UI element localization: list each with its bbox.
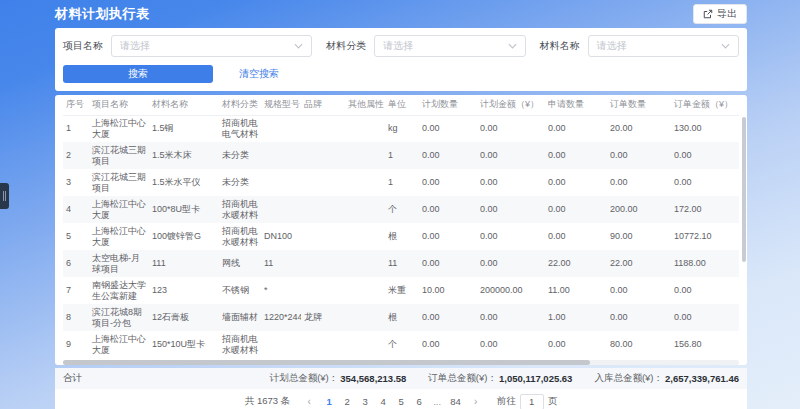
table-row[interactable]: 7南钢盛达大学生公寓新建123不锈钢*米重10.00200000.0011.00… (63, 277, 739, 304)
table-cell: 1.5米木床 (149, 142, 219, 169)
table-cell: 4 (63, 196, 89, 223)
page-number-button[interactable]: 4 (376, 394, 390, 409)
total-item-label: 订单总金额(¥)： (428, 372, 497, 385)
table-cell: 上海松江中心大厦 (89, 331, 149, 358)
material-name-placeholder: 请选择 (597, 39, 627, 53)
page-number-button[interactable]: 3 (358, 394, 372, 409)
column-header: 单位 (385, 95, 419, 115)
table-cell: 10.00 (419, 277, 477, 304)
data-table: 序号项目名称材料名称材料分类规格型号品牌其他属性单位计划数量计划金额（¥）申请数… (63, 95, 739, 358)
search-button[interactable]: 搜索 (63, 65, 213, 83)
table-cell: 0.00 (545, 169, 607, 196)
table-cell (301, 250, 345, 277)
table-row[interactable]: 5上海松江中心大厦100镀锌管G招商机电 水暖材料DN100根0.000.000… (63, 223, 739, 250)
page-ellipsis: ... (430, 394, 444, 409)
table-cell: 200.00 (607, 196, 671, 223)
table-cell: 1 (385, 142, 419, 169)
table-cell (301, 115, 345, 142)
table-cell: 上海松江中心大厦 (89, 196, 149, 223)
table-cell: 22.00 (545, 250, 607, 277)
filter-material-category: 材料分类 请选择 (326, 35, 525, 57)
table-cell: 太空电梯-月球项目 (89, 250, 149, 277)
table-cell: 米重 (385, 277, 419, 304)
table-body: 1上海松江中心大厦1.5铜招商机电 电气材料kg0.000.000.0020.0… (63, 115, 739, 358)
table-cell: 0.00 (545, 142, 607, 169)
table-row[interactable]: 1上海松江中心大厦1.5铜招商机电 电气材料kg0.000.000.0020.0… (63, 115, 739, 142)
total-item: 计划总金额(¥)：354,568,213.58 (270, 372, 407, 385)
pagination-total: 共 1673 条 (245, 395, 290, 408)
table-cell: 招商机电 水暖材料 (219, 196, 261, 223)
project-select-placeholder: 请选择 (120, 39, 150, 53)
page-number-button[interactable]: 6 (412, 394, 426, 409)
table-row[interactable]: 8滨江花城8期项目-分包12石膏板墙面辅材1220*2440*12龙牌根0.00… (63, 304, 739, 331)
table-cell (261, 169, 301, 196)
material-name-select[interactable]: 请选择 (588, 35, 739, 57)
table-cell: 150*10U型卡 (149, 331, 219, 358)
table-cell: 根 (385, 223, 419, 250)
filter-panel: 项目名称 请选择 材料分类 请选择 材料名称 请选择 (55, 28, 747, 91)
table-cell: 墙面辅材 (219, 304, 261, 331)
table-cell: 0.00 (607, 277, 671, 304)
pagination-bar: 共 1673 条 ‹ 123456...84 › 前往 页 (55, 389, 747, 409)
table-row[interactable]: 9上海松江中心大厦150*10U型卡招商机电 水暖材料个0.000.000.00… (63, 331, 739, 358)
table-cell: 6 (63, 250, 89, 277)
table-cell (261, 115, 301, 142)
page-header: 材料计划执行表 导出 (55, 0, 747, 28)
vertical-scrollbar-thumb[interactable] (742, 117, 746, 262)
table-row[interactable]: 6太空电梯-月球项目111网线11110.000.0022.0022.00118… (63, 250, 739, 277)
column-header: 材料名称 (149, 95, 219, 115)
table-cell: 0.00 (477, 331, 545, 358)
column-header: 材料分类 (219, 95, 261, 115)
goto-page-input[interactable] (520, 394, 544, 409)
material-category-placeholder: 请选择 (383, 39, 413, 53)
material-category-select[interactable]: 请选择 (374, 35, 525, 57)
table-cell: 个 (385, 196, 419, 223)
clear-search-link[interactable]: 清空搜索 (239, 67, 279, 81)
page-number-button[interactable]: 1 (322, 394, 336, 409)
column-header: 序号 (63, 95, 89, 115)
table-cell: 100镀锌管G (149, 223, 219, 250)
column-header: 订单数量 (607, 95, 671, 115)
totals-items: 计划总金额(¥)：354,568,213.58订单总金额(¥)：1,050,11… (270, 372, 739, 385)
table-cell: 130.00 (671, 115, 739, 142)
page-number-button[interactable]: 2 (340, 394, 354, 409)
table-cell: 0.00 (545, 223, 607, 250)
table-row[interactable]: 2滨江花城三期项目1.5米木床未分类10.000.000.000.000.00 (63, 142, 739, 169)
project-select[interactable]: 请选择 (111, 35, 312, 57)
total-item-value: 1,050,117,025.63 (499, 373, 572, 384)
column-header: 计划金额（¥） (477, 95, 545, 115)
table-cell: 172.00 (671, 196, 739, 223)
column-header: 计划数量 (419, 95, 477, 115)
table-cell (301, 169, 345, 196)
table-cell: 111 (149, 250, 219, 277)
horizontal-scrollbar-thumb[interactable] (63, 360, 590, 365)
table-cell: 1 (385, 169, 419, 196)
table-cell: 12石膏板 (149, 304, 219, 331)
sidebar-expand-handle[interactable] (0, 183, 9, 209)
table-cell (345, 169, 385, 196)
table-header-row: 序号项目名称材料名称材料分类规格型号品牌其他属性单位计划数量计划金额（¥）申请数… (63, 95, 739, 115)
table-cell: 5 (63, 223, 89, 250)
page-number-button[interactable]: 5 (394, 394, 408, 409)
data-table-card: 序号项目名称材料名称材料分类规格型号品牌其他属性单位计划数量计划金额（¥）申请数… (55, 95, 747, 365)
page-number-button[interactable]: 84 (448, 394, 463, 409)
filter-material-name-label: 材料名称 (540, 39, 580, 53)
table-cell: 滨江花城8期项目-分包 (89, 304, 149, 331)
table-cell: 11.00 (545, 277, 607, 304)
main-content: 材料计划执行表 导出 项目名称 请选择 材料分类 请选择 (55, 0, 747, 409)
table-cell: 0.00 (477, 142, 545, 169)
table-row[interactable]: 4上海松江中心大厦100*8U型卡招商机电 水暖材料个0.000.000.002… (63, 196, 739, 223)
table-cell: 2 (63, 142, 89, 169)
table-cell: 22.00 (607, 250, 671, 277)
table-cell: 0.00 (671, 142, 739, 169)
filter-material-category-label: 材料分类 (326, 39, 366, 53)
column-header: 其他属性 (345, 95, 385, 115)
prev-page-button[interactable]: ‹ (302, 396, 316, 407)
table-row[interactable]: 3滨江花城三期项目1.5米水平仪未分类10.000.000.000.000.00 (63, 169, 739, 196)
export-button[interactable]: 导出 (693, 4, 747, 24)
horizontal-scrollbar[interactable] (63, 360, 739, 365)
column-header: 项目名称 (89, 95, 149, 115)
column-header: 订单金额（¥） (671, 95, 739, 115)
next-page-button[interactable]: › (469, 396, 483, 407)
total-item: 入库总金额(¥)：2,657,339,761.46 (594, 372, 739, 385)
